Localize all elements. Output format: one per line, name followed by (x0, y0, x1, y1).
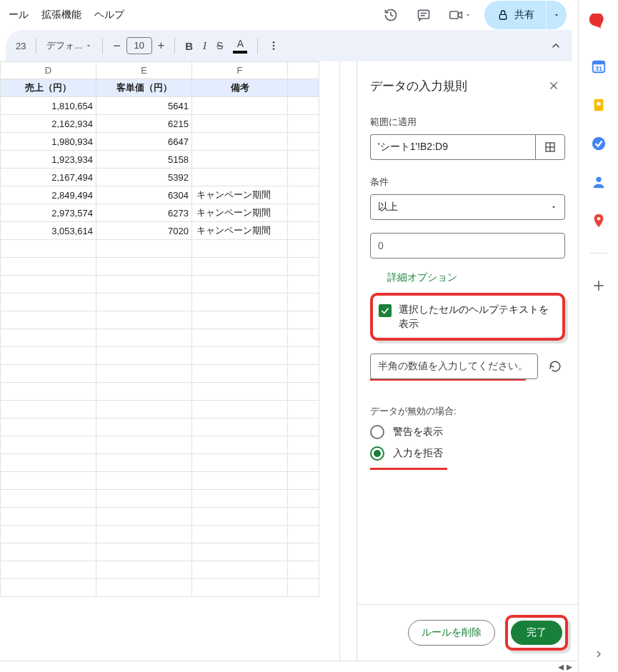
cell[interactable]: 6273 (96, 204, 192, 222)
condition-value: 以上 (378, 201, 398, 214)
caret-down-icon (550, 204, 557, 211)
radio-show-warning[interactable]: 警告を表示 (370, 425, 565, 439)
cell[interactable]: 5392 (96, 169, 192, 186)
help-text-input[interactable] (370, 353, 538, 379)
cell[interactable] (192, 97, 288, 115)
reset-help-text-button[interactable] (545, 356, 565, 376)
header-cell[interactable]: 備考 (192, 79, 288, 97)
collapse-rail-icon[interactable] (587, 642, 611, 666)
cell[interactable] (192, 115, 288, 133)
tasks-icon[interactable] (587, 131, 611, 156)
condition-select[interactable]: 以上 (370, 194, 565, 220)
keep-icon[interactable] (587, 93, 611, 117)
cell[interactable]: 6304 (96, 186, 192, 204)
cell[interactable]: 2,167,494 (1, 169, 96, 186)
chevron-up-icon (549, 39, 562, 52)
col-header-f[interactable]: F (192, 62, 288, 79)
menu-extensions[interactable]: 拡張機能 (36, 4, 87, 26)
cell[interactable]: 7020 (96, 222, 192, 240)
cell[interactable] (192, 169, 288, 186)
scroll-right-icon[interactable]: ▸ (567, 660, 572, 672)
cell[interactable]: キャンペーン期間 (192, 204, 288, 222)
share-label: 共有 (514, 9, 534, 21)
col-header-e[interactable]: E (96, 62, 192, 79)
cell[interactable]: 2,849,494 (1, 186, 96, 204)
svg-point-6 (273, 41, 275, 44)
delete-rule-button[interactable]: ルールを削除 (408, 620, 495, 646)
svg-point-19 (592, 137, 604, 150)
cell[interactable]: 1,980,934 (1, 133, 96, 151)
comment-icon[interactable] (412, 3, 436, 27)
close-icon (549, 81, 559, 91)
col-header-g[interactable] (288, 62, 319, 79)
caret-down-icon (553, 11, 560, 19)
range-label: 範囲に適用 (370, 116, 565, 129)
cell[interactable]: キャンペーン期間 (192, 222, 288, 240)
brand-icon[interactable] (583, 9, 614, 40)
bold-button[interactable]: B (181, 35, 197, 56)
meet-icon[interactable] (444, 3, 476, 27)
radio-reject-input[interactable]: 入力を拒否 (370, 446, 565, 461)
cell[interactable] (192, 151, 288, 169)
horizontal-scrollbar[interactable]: ◂ ▸ (0, 661, 578, 672)
more-tools[interactable] (264, 35, 284, 56)
strikethrough-button[interactable]: S (212, 35, 227, 56)
threshold-input[interactable] (370, 233, 565, 259)
share-button[interactable]: 共有 (484, 1, 547, 29)
svg-rect-15 (592, 61, 604, 65)
font-size-input[interactable]: 10 (126, 37, 152, 54)
cell[interactable]: 6215 (96, 115, 192, 133)
svg-point-7 (273, 45, 275, 47)
radio-warn-label: 警告を表示 (393, 426, 443, 438)
share-button-group: 共有 (484, 1, 567, 29)
cell[interactable]: 1,810,654 (1, 97, 96, 115)
advanced-options-link[interactable]: 詳細オプション (387, 271, 565, 284)
scroll-left-icon[interactable]: ◂ (558, 660, 564, 672)
spreadsheet-grid[interactable]: D E F 売上（円） 客単価（円） 備考 1,810,6545641 2,16… (0, 61, 339, 661)
annotation-underline (370, 468, 447, 470)
maps-icon[interactable] (587, 209, 611, 233)
italic-button[interactable]: I (199, 35, 211, 56)
history-icon[interactable] (379, 3, 403, 27)
done-button[interactable]: 完了 (511, 621, 562, 645)
close-button[interactable] (542, 74, 565, 97)
vertical-scrollbar[interactable] (339, 61, 351, 661)
range-input[interactable] (370, 134, 535, 160)
menu-tool[interactable]: ール (3, 4, 34, 26)
cell[interactable]: キャンペーン期間 (192, 186, 288, 204)
text-color-button[interactable]: A (229, 35, 251, 56)
cell[interactable]: 2,162,934 (1, 115, 96, 133)
header-cell[interactable]: 客単価（円） (96, 79, 192, 97)
panel-title: データの入力規則 (370, 78, 467, 94)
help-text-label: 選択したセルのヘルプテキストを表示 (399, 303, 555, 331)
more-vertical-icon (268, 40, 279, 51)
calendar-icon[interactable]: 31 (587, 54, 611, 79)
contacts-icon[interactable] (587, 170, 611, 194)
select-range-button[interactable] (535, 134, 565, 160)
cell[interactable]: 3,053,614 (1, 222, 96, 240)
cell[interactable]: 6647 (96, 133, 192, 151)
panel-toggle[interactable] (545, 35, 567, 56)
radio-icon (370, 446, 384, 461)
help-text-checkbox[interactable] (379, 304, 392, 317)
share-dropdown[interactable] (547, 1, 567, 29)
toolbar: 23 デフォ... − 10 + B I S A (6, 30, 572, 61)
font-size-increase[interactable]: + (154, 35, 169, 56)
svg-rect-5 (499, 14, 506, 19)
col-header-d[interactable]: D (1, 62, 96, 79)
menu-help[interactable]: ヘルプ (89, 4, 130, 26)
header-cell[interactable]: 売上（円） (1, 79, 96, 97)
cell[interactable]: 5641 (96, 97, 192, 115)
refresh-icon (549, 360, 562, 373)
number-format[interactable]: 23 (11, 35, 30, 56)
svg-point-8 (273, 48, 275, 50)
svg-marker-4 (458, 12, 462, 18)
cell[interactable]: 1,923,934 (1, 151, 96, 169)
font-select[interactable]: デフォ... (42, 35, 96, 56)
font-size-decrease[interactable]: − (109, 35, 125, 56)
cell[interactable] (192, 133, 288, 151)
cell[interactable]: 2,973,574 (1, 204, 96, 222)
svg-point-20 (596, 177, 601, 182)
add-icon[interactable] (587, 274, 611, 298)
cell[interactable]: 5158 (96, 151, 192, 169)
